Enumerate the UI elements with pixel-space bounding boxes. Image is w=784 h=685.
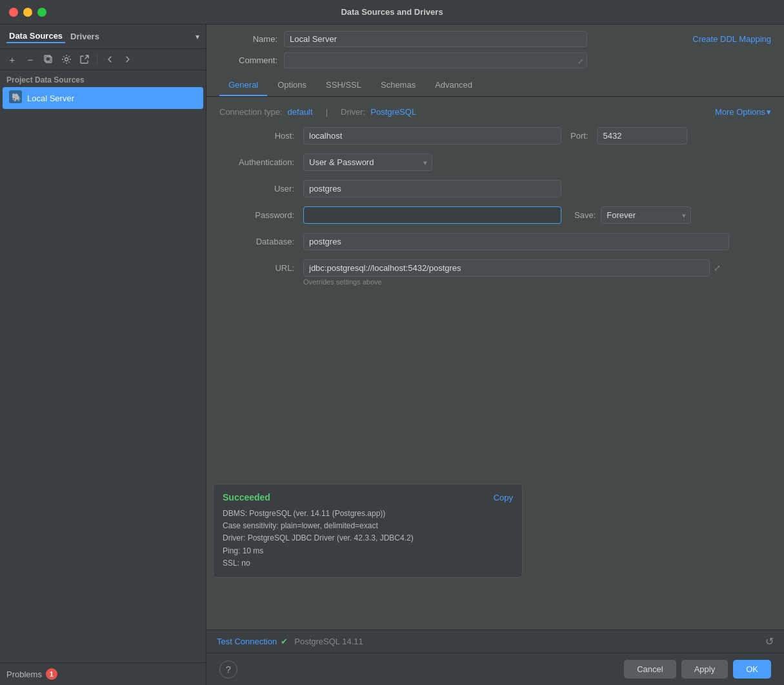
url-section: URL: ⤢ Overrides settings above: [219, 259, 771, 286]
add-button[interactable]: +: [5, 52, 19, 66]
sidebar-dropdown-icon[interactable]: ▾: [196, 32, 199, 41]
header-rows: Name: Create DDL Mapping Comment: ⤢: [206, 25, 784, 75]
database-row: Database:: [219, 233, 771, 250]
tab-datasources[interactable]: Data Sources: [6, 30, 65, 43]
success-header: Succeeded Copy: [223, 492, 513, 502]
url-expand-icon[interactable]: ⤢: [714, 263, 721, 273]
success-popup: Succeeded Copy DBMS: PostgreSQL (ver. 14…: [213, 484, 523, 578]
form-area: Connection type: default | Driver: Postg…: [206, 97, 784, 630]
close-button[interactable]: [9, 8, 18, 17]
checkmark-icon: ✔: [281, 637, 288, 646]
copy-datasource-button[interactable]: [41, 52, 55, 66]
conn-type-value[interactable]: default: [288, 107, 313, 117]
titlebar: Data Sources and Drivers: [0, 0, 784, 25]
host-input[interactable]: [303, 127, 561, 144]
host-label: Host:: [219, 131, 303, 141]
url-input[interactable]: [303, 259, 710, 277]
password-row: Password: Save: Forever Until restart Ne…: [219, 206, 771, 224]
sidebar-item-label: Local Server: [27, 94, 74, 103]
tab-general[interactable]: General: [219, 75, 267, 96]
tab-options[interactable]: Options: [268, 75, 316, 96]
tab-drivers[interactable]: Drivers: [68, 30, 102, 43]
maximize-button[interactable]: [37, 8, 46, 17]
window-title: Data Sources and Drivers: [341, 7, 443, 17]
tab-advanced[interactable]: Advanced: [426, 75, 481, 96]
conn-type-label: Connection type:: [219, 107, 283, 117]
password-label: Password:: [219, 210, 303, 220]
driver-value[interactable]: PostgreSQL: [370, 107, 416, 117]
tab-schemas[interactable]: Schemas: [372, 75, 425, 96]
url-label: URL:: [219, 263, 303, 273]
help-button[interactable]: ?: [219, 660, 237, 679]
auth-select-wrapper: User & Password No auth Password Credent…: [303, 154, 432, 171]
user-label: User:: [219, 184, 303, 194]
export-button[interactable]: [77, 52, 92, 66]
problems-badge[interactable]: 1: [46, 668, 57, 680]
auth-select[interactable]: User & Password No auth Password Credent…: [303, 154, 432, 171]
expand-icon[interactable]: ⤢: [578, 57, 583, 66]
name-input[interactable]: [284, 31, 587, 47]
more-options-button[interactable]: More Options ▾: [715, 107, 771, 117]
name-field-wrapper: Create DDL Mapping: [284, 31, 771, 47]
tab-ssh-ssl[interactable]: SSH/SSL: [317, 75, 370, 96]
save-select-wrapper: Forever Until restart Never ▾: [601, 206, 691, 224]
save-select[interactable]: Forever Until restart Never: [601, 206, 691, 224]
connection-info-row: Connection type: default | Driver: Postg…: [219, 107, 771, 117]
sidebar-toolbar: + −: [0, 49, 206, 70]
toolbar-separator: [97, 54, 97, 65]
bottom-bar: Test Connection ✔ PostgreSQL 14.11 ↺: [206, 630, 784, 653]
auth-label: Authentication:: [219, 157, 303, 167]
user-row: User:: [219, 180, 771, 197]
driver-label: Driver:: [341, 107, 365, 117]
remove-button[interactable]: −: [23, 52, 37, 66]
success-line4: Ping: 10 ms: [223, 545, 513, 557]
project-datasources-label: Project Data Sources: [0, 70, 206, 87]
main-area: Data Sources Drivers ▾ + −: [0, 25, 784, 685]
user-input[interactable]: [303, 180, 561, 197]
port-input[interactable]: [597, 127, 687, 144]
copy-button[interactable]: Copy: [494, 493, 513, 502]
host-row: Host: Port:: [219, 127, 771, 144]
problems-label: Problems: [6, 670, 42, 679]
pg-version-label: PostgreSQL 14.11: [294, 637, 363, 646]
back-button[interactable]: [103, 52, 117, 66]
test-connection-label: Test Connection: [217, 637, 277, 646]
sidebar-item-local-server[interactable]: 🐘 Local Server: [3, 87, 203, 109]
apply-button[interactable]: Apply: [681, 660, 729, 679]
forward-button[interactable]: [121, 52, 135, 66]
traffic-lights: [9, 8, 46, 17]
success-line2: Case sensitivity: plain=lower, delimited…: [223, 520, 513, 532]
test-connection-button[interactable]: Test Connection ✔ PostgreSQL 14.11: [217, 637, 363, 646]
create-ddl-link[interactable]: Create DDL Mapping: [692, 34, 771, 44]
svg-text:🐘: 🐘: [12, 92, 21, 102]
comment-label: Comment:: [219, 55, 284, 65]
url-row: URL: ⤢: [219, 259, 771, 277]
comment-input[interactable]: [284, 52, 587, 68]
ok-button[interactable]: OK: [733, 660, 771, 679]
cancel-button[interactable]: Cancel: [624, 660, 676, 679]
password-input[interactable]: [303, 206, 561, 224]
refresh-button[interactable]: ↺: [765, 635, 774, 648]
database-input[interactable]: [303, 233, 729, 250]
success-line3: Driver: PostgreSQL JDBC Driver (ver. 42.…: [223, 532, 513, 544]
minimize-button[interactable]: [23, 8, 32, 17]
svg-rect-1: [45, 55, 50, 61]
svg-point-2: [65, 58, 68, 61]
more-options-label: More Options: [715, 107, 765, 117]
chevron-down-icon: ▾: [767, 107, 771, 117]
dialog-buttons: ? Cancel Apply OK: [206, 653, 784, 685]
content-area: Name: Create DDL Mapping Comment: ⤢ Gen: [206, 25, 784, 685]
port-row: Port:: [570, 127, 687, 144]
sidebar-tabs: Data Sources Drivers ▾: [0, 25, 206, 49]
save-label: Save:: [574, 210, 596, 220]
name-label: Name:: [219, 34, 284, 44]
tabs-bar: General Options SSH/SSL Schemas Advanced: [206, 75, 784, 97]
postgres-icon: 🐘: [9, 90, 22, 106]
settings-button[interactable]: [59, 52, 74, 66]
success-body: DBMS: PostgreSQL (ver. 14.11 (Postgres.a…: [223, 508, 513, 570]
svg-rect-0: [46, 57, 52, 63]
url-note: Overrides settings above: [303, 278, 771, 286]
auth-row: Authentication: User & Password No auth …: [219, 154, 771, 171]
dialog-window: Data Sources and Drivers Data Sources Dr…: [0, 0, 784, 685]
comment-row: Comment: ⤢: [219, 52, 771, 68]
